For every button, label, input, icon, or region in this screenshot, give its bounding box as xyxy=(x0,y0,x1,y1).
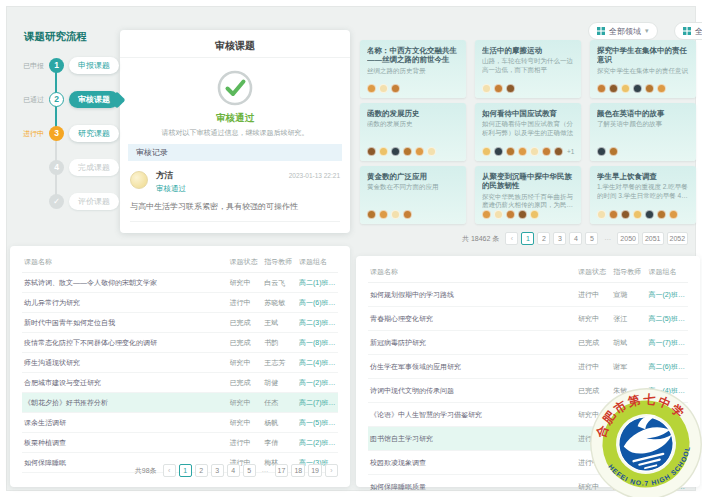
table-row[interactable]: 新时代中国青年如何定位自我已完成王斌高二(3)班202… xyxy=(22,313,338,333)
topic-group-link[interactable]: 高二(7)班202… xyxy=(297,393,338,413)
teacher-cell: 胡斌 xyxy=(611,331,646,355)
step-pill-1[interactable]: 申报课题 xyxy=(69,57,119,74)
topic-card[interactable]: 名称：中西方文化交融共生——丝绸之路的前世今生丝绸之路的历史背景 xyxy=(360,40,466,98)
topic-card-title: 从聚变到沉睡中探中华民族的民族韧性 xyxy=(482,172,574,191)
table-row[interactable]: 仿生学在军事领域的应用研究进行中谢军高二(6)班202… xyxy=(368,355,688,379)
table-row[interactable]: 幼儿异常行为研究进行中苏晓敏高一(6)班202… xyxy=(22,293,338,313)
topic-card-title: 黄金数的广泛应用 xyxy=(367,172,459,181)
table-row[interactable]: 疫情常态化防控下不同群体心理变化的调研已完成书韵高一(8)班202… xyxy=(22,333,338,353)
topic-group-link[interactable]: 高一(7)班202… xyxy=(646,331,688,355)
member-avatar xyxy=(367,84,376,93)
table-header-row: 课题名称课题状态指导教师课题组名 xyxy=(22,252,338,273)
topic-name-cell: 诗词中现代文明的传承问题 xyxy=(368,379,576,403)
teacher-cell: 任杰 xyxy=(262,393,297,413)
topic-status-cell: 已完成 xyxy=(227,313,262,333)
topic-card-desc: 探究中学生在集体中的责任意识 xyxy=(597,67,689,75)
topic-card[interactable]: 从聚变到沉睡中探中华民族的民族韧性探究中华民族历经千百年曲折与磨难仍薪火相传的原… xyxy=(475,166,581,224)
member-avatar xyxy=(530,210,539,219)
member-avatar xyxy=(609,210,618,219)
table-row[interactable]: 苏轼诗词、散文——令人敬仰的宋朝文学家研究中白云飞高二(1)班202… xyxy=(22,273,338,293)
page-button-1[interactable]: 1 xyxy=(179,464,192,477)
table-header-row: 课题名称课题状态指导教师课题组名 xyxy=(368,262,688,283)
page-button-2052[interactable]: 2052 xyxy=(667,232,689,245)
table-row[interactable]: 青春期心理变化研究研究中张江高二(5)班202… xyxy=(368,307,688,331)
member-avatar xyxy=(506,147,515,156)
step-number: 2 xyxy=(49,92,64,107)
topic-card[interactable]: 函数的发展历史函数的发展历史 xyxy=(360,103,466,161)
table-row[interactable]: 合肥城市建设与变迁研究已完成胡健高一(2)班202… xyxy=(22,373,338,393)
topic-group-link[interactable]: 高二(4)班202… xyxy=(297,353,338,373)
topic-status-cell: 进行中 xyxy=(227,433,262,453)
page-button-5[interactable]: 5 xyxy=(243,464,256,477)
table-left-pagination: 共98条‹12345…171819› xyxy=(135,464,338,477)
step-side-label: 进行中 xyxy=(14,129,44,139)
page-button-2[interactable]: 2 xyxy=(195,464,208,477)
step-pill-5[interactable]: 评价课题 xyxy=(69,193,119,210)
member-avatar xyxy=(597,210,606,219)
teacher-cell: 书韵 xyxy=(262,333,297,353)
topic-card[interactable]: 如何看待中国应试教育如何正确看待中国应试教育（分析利与弊）以及学生的正确做法+1 xyxy=(475,103,581,161)
table-row[interactable]: 如何规划假期中的学习路线进行中宣璐高一(2)班202… xyxy=(368,283,688,307)
table-row[interactable]: 师生沟通现状研究研究中王志芳高二(4)班202… xyxy=(22,353,338,373)
topic-group-link[interactable]: 高一(2)班202… xyxy=(646,283,688,307)
next-page-button[interactable]: › xyxy=(325,464,338,477)
member-avatar xyxy=(633,84,642,93)
column-header: 课题名称 xyxy=(22,252,227,273)
member-avatar xyxy=(554,147,563,156)
column-header: 课题组名 xyxy=(297,252,338,273)
page-button-17[interactable]: 17 xyxy=(275,464,289,477)
topic-group-link[interactable]: 高一(6)班202… xyxy=(297,293,338,313)
member-avatar xyxy=(645,84,654,93)
topic-group-link[interactable]: 高二(1)班202… xyxy=(297,273,338,293)
page-button-4[interactable]: 4 xyxy=(227,464,240,477)
page-button-19[interactable]: 19 xyxy=(308,464,322,477)
page-button-2051[interactable]: 2051 xyxy=(642,232,664,245)
teacher-cell: 杨帆 xyxy=(262,413,297,433)
topic-card-desc: 1.学生对早餐的重视度 2.吃早餐的时间 3.学生日常吃的早餐 4.如何改善饮食 xyxy=(597,183,689,199)
page-button-3[interactable]: 3 xyxy=(211,464,224,477)
step-pill-3[interactable]: 研究课题 xyxy=(69,125,119,142)
prev-page-button[interactable]: ‹ xyxy=(505,232,518,245)
page-button-3[interactable]: 3 xyxy=(553,232,566,245)
topic-group-link[interactable]: 高二(5)班202… xyxy=(646,307,688,331)
topic-card-desc: 如何正确看待中国应试教育（分析利与弊）以及学生的正确做法 xyxy=(482,120,574,136)
table-row[interactable]: 《朝花夕拾》好书推荐分析研究中任杰高二(7)班202… xyxy=(22,393,338,413)
prev-page-button[interactable]: ‹ xyxy=(163,464,176,477)
topic-group-link[interactable]: 高二(3)班202… xyxy=(297,313,338,333)
page-button-5[interactable]: 5 xyxy=(585,232,598,245)
topic-card[interactable]: 颜色在英语中的故事了解英语中颜色的故事 xyxy=(590,103,696,161)
topic-group-link[interactable]: 高二(2)班202… xyxy=(297,433,338,453)
table-row[interactable]: 板栗种植调查进行中李倩高二(2)班202… xyxy=(22,433,338,453)
topic-name-cell: 《朝花夕拾》好书推荐分析 xyxy=(22,393,227,413)
status-filter-dropdown[interactable]: 全部 xyxy=(674,22,702,40)
topic-group-link[interactable]: 高一(5)班202… xyxy=(297,413,338,433)
topic-card-title: 颜色在英语中的故事 xyxy=(597,109,689,118)
page-button-1[interactable]: 1 xyxy=(521,232,534,245)
topic-status-cell: 研究中 xyxy=(227,273,262,293)
topic-card-title: 函数的发展历史 xyxy=(367,109,459,118)
topic-group-link[interactable]: 高一(2)班202… xyxy=(297,373,338,393)
member-avatar xyxy=(645,210,654,219)
table-row[interactable]: 课余生活调研研究中杨帆高一(5)班202… xyxy=(22,413,338,433)
page-button-4[interactable]: 4 xyxy=(569,232,582,245)
review-date: 2023-01-13 22:21 xyxy=(289,172,340,179)
topic-group-link[interactable]: 高一(8)班202… xyxy=(297,333,338,353)
member-avatar xyxy=(597,147,606,156)
member-avatar xyxy=(597,84,606,93)
teacher-cell: 胡健 xyxy=(262,373,297,393)
topic-card-desc: 函数的发展历史 xyxy=(367,120,459,128)
topic-card[interactable]: 学生早上饮食调查1.学生对早餐的重视度 2.吃早餐的时间 3.学生日常吃的早餐 … xyxy=(590,166,696,224)
topic-card[interactable]: 生活中的摩擦运动山路，车轮在转弯时为什么一边高一边低，而下面相平 xyxy=(475,40,581,98)
topic-card[interactable]: 黄金数的广泛应用黄金数在不同方面的应用 xyxy=(360,166,466,224)
page-button-2050[interactable]: 2050 xyxy=(617,232,639,245)
member-avatar xyxy=(367,210,376,219)
page-button-18[interactable]: 18 xyxy=(291,464,305,477)
table-row[interactable]: 新冠病毒防护研究已完成胡斌高一(7)班202… xyxy=(368,331,688,355)
topic-card[interactable]: 探究中学生在集体中的责任意识探究中学生在集体中的责任意识 xyxy=(590,40,696,98)
teacher-cell: 苏晓敏 xyxy=(262,293,297,313)
step-pill-2[interactable]: 审核课题 xyxy=(69,91,119,108)
domain-filter-dropdown[interactable]: 全部领域 ▾ xyxy=(588,22,658,40)
step-pill-4[interactable]: 完成课题 xyxy=(69,159,119,176)
page-button-2[interactable]: 2 xyxy=(537,232,550,245)
topic-card-desc: 丝绸之路的历史背景 xyxy=(367,67,459,75)
